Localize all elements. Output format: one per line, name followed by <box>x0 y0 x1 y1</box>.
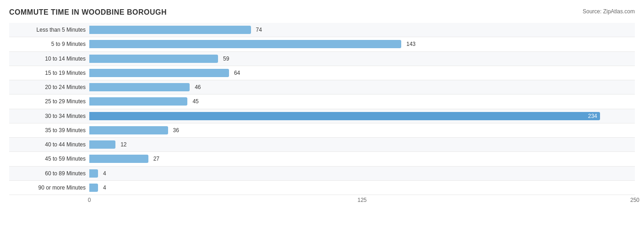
bar-fill: 12 <box>89 140 115 149</box>
bar-row: 35 to 39 Minutes36 <box>9 123 635 138</box>
chart-title: COMMUTE TIME IN WOODBINE BOROUGH <box>9 8 167 17</box>
bar-track: 27 <box>89 155 635 163</box>
bar-label: 5 to 9 Minutes <box>9 41 89 47</box>
bar-label: 20 to 24 Minutes <box>9 84 89 90</box>
chart-header: COMMUTE TIME IN WOODBINE BOROUGH Source:… <box>9 8 635 17</box>
bar-fill: 4 <box>89 169 98 178</box>
bar-label: 30 to 34 Minutes <box>9 113 89 119</box>
bar-label: Less than 5 Minutes <box>9 27 89 33</box>
bar-row: 45 to 59 Minutes27 <box>9 152 635 166</box>
bar-label: 10 to 14 Minutes <box>9 56 89 62</box>
bar-row: 20 to 24 Minutes46 <box>9 80 635 95</box>
bars-area: Less than 5 Minutes745 to 9 Minutes14310… <box>9 23 635 195</box>
bar-track: 46 <box>89 83 635 91</box>
bar-track: 45 <box>89 97 635 106</box>
bar-value-label: 27 <box>151 156 159 162</box>
bar-row: Less than 5 Minutes74 <box>9 23 635 37</box>
chart-source: Source: ZipAtlas.com <box>583 8 635 15</box>
bar-row: 40 to 44 Minutes12 <box>9 138 635 152</box>
x-tick: 0 <box>88 197 91 203</box>
bar-value-label: 64 <box>232 70 240 76</box>
chart-body: Less than 5 Minutes745 to 9 Minutes14310… <box>9 23 635 209</box>
bar-value-label: 59 <box>221 56 229 62</box>
bar-label: 35 to 39 Minutes <box>9 127 89 134</box>
bar-value-label: 74 <box>254 27 262 33</box>
bar-value-label: 45 <box>190 98 198 105</box>
bar-label: 60 to 89 Minutes <box>9 170 89 177</box>
bar-row: 25 to 29 Minutes45 <box>9 95 635 109</box>
bar-track: 234 <box>89 112 635 120</box>
bar-value-label: 234 <box>588 113 597 119</box>
bar-value-label: 46 <box>192 84 201 90</box>
bar-track: 12 <box>89 140 635 149</box>
x-tick: 125 <box>357 197 366 203</box>
bar-fill: 46 <box>89 83 190 91</box>
bar-value-label: 4 <box>101 184 106 191</box>
x-tick: 250 <box>630 197 639 203</box>
bar-label: 90 or more Minutes <box>9 184 89 191</box>
bar-track: 64 <box>89 69 635 77</box>
bar-value-label: 4 <box>101 170 106 177</box>
bar-track: 36 <box>89 126 635 134</box>
bar-fill: 143 <box>89 40 401 48</box>
bar-track: 74 <box>89 26 635 34</box>
bar-row: 10 to 14 Minutes59 <box>9 52 635 66</box>
bar-fill: 59 <box>89 55 218 63</box>
bar-track: 59 <box>89 55 635 63</box>
chart-container: COMMUTE TIME IN WOODBINE BOROUGH Source:… <box>0 0 644 240</box>
bar-track: 143 <box>89 40 635 48</box>
bar-row: 15 to 19 Minutes64 <box>9 66 635 80</box>
bar-value-label: 36 <box>171 127 179 134</box>
bar-row: 30 to 34 Minutes234 <box>9 109 635 123</box>
bar-value-label: 143 <box>404 41 415 47</box>
bar-track: 4 <box>89 184 635 192</box>
bar-fill: 74 <box>89 26 251 34</box>
bar-fill: 36 <box>89 126 168 134</box>
bar-fill: 27 <box>89 155 148 163</box>
bar-track: 4 <box>89 169 635 178</box>
bar-row: 90 or more Minutes4 <box>9 181 635 195</box>
bar-fill: 4 <box>89 184 98 192</box>
bar-label: 40 to 44 Minutes <box>9 141 89 148</box>
bar-fill: 234 <box>89 112 600 120</box>
bar-label: 45 to 59 Minutes <box>9 156 89 162</box>
bar-fill: 45 <box>89 97 187 106</box>
x-axis: 0125250 <box>89 195 635 209</box>
bar-value-label: 12 <box>118 141 126 148</box>
bar-row: 60 to 89 Minutes4 <box>9 167 635 181</box>
bar-row: 5 to 9 Minutes143 <box>9 37 635 51</box>
bar-label: 25 to 29 Minutes <box>9 98 89 105</box>
bar-label: 15 to 19 Minutes <box>9 70 89 76</box>
bar-fill: 64 <box>89 69 229 77</box>
